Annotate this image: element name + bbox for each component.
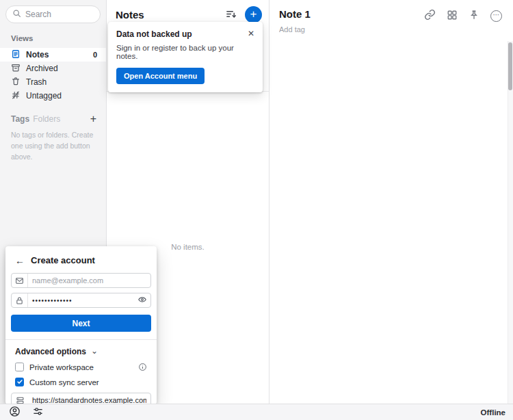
tags-title: Tags [11, 114, 29, 124]
info-icon[interactable] [138, 363, 147, 371]
next-button[interactable]: Next [11, 315, 151, 332]
tags-folders-label: Folders [33, 114, 60, 124]
back-arrow-icon[interactable]: ← [15, 256, 25, 265]
standard-notes-app: Views Notes 0 Archived Trash Untagged [0, 0, 513, 420]
sidebar-item-archived[interactable]: Archived [0, 62, 106, 75]
untagged-icon [11, 90, 21, 102]
sidebar-item-untagged[interactable]: Untagged [0, 89, 106, 103]
notes-count-badge: 0 [93, 51, 97, 59]
account-menu-button[interactable] [8, 404, 22, 420]
sort-icon [225, 8, 237, 22]
search-input[interactable] [25, 10, 94, 19]
status-bar: Offline [0, 404, 513, 420]
new-note-button[interactable]: + [245, 6, 262, 23]
sort-options-button[interactable] [224, 7, 238, 23]
note-editor-panel: Note 1 ⋯ [269, 0, 513, 404]
eye-icon [137, 295, 147, 306]
archive-icon [11, 63, 21, 75]
private-workspace-label: Private workspace [29, 363, 94, 371]
search-box[interactable] [5, 5, 101, 23]
scrollbar-thumb[interactable] [508, 42, 512, 90]
private-workspace-checkbox[interactable] [15, 363, 24, 371]
link-button[interactable] [423, 8, 437, 24]
custom-sync-server-checkbox[interactable] [15, 378, 24, 386]
sidebar-item-label: Notes [26, 50, 49, 60]
open-account-menu-button[interactable]: Open Account menu [116, 68, 205, 84]
notes-icon [11, 49, 21, 61]
more-icon: ⋯ [490, 10, 502, 22]
email-field[interactable] [11, 273, 151, 288]
trash-icon [11, 77, 21, 88]
editor-toolbar: ⋯ [423, 8, 503, 24]
advanced-options-label: Advanced options [15, 347, 86, 356]
link-icon [424, 9, 436, 23]
offline-status: Offline [481, 408, 505, 417]
close-icon[interactable]: ✕ [248, 29, 254, 38]
preferences-button[interactable] [31, 404, 45, 420]
sidebar-item-label: Untagged [26, 91, 62, 101]
check-icon [16, 378, 23, 386]
editor-options-button[interactable] [445, 8, 459, 24]
sidebar-item-trash[interactable]: Trash [0, 75, 106, 89]
tags-empty-text: No tags or folders. Create one using the… [0, 127, 106, 165]
grid-icon [447, 10, 458, 23]
editor-scrollbar[interactable] [508, 41, 513, 404]
alert-title: Data not backed up [116, 29, 192, 39]
advanced-options-toggle[interactable]: Advanced options ⌄ [11, 347, 151, 356]
email-input[interactable] [28, 276, 150, 285]
alert-message: Sign in or register to back up your note… [116, 44, 254, 60]
create-account-modal: ← Create account Next Advanced options [5, 246, 157, 404]
tags-section-header: Tags Folders + [0, 103, 106, 127]
views-label: Views [0, 30, 106, 48]
sidebar-item-notes[interactable]: Notes 0 [0, 48, 106, 62]
password-input[interactable] [28, 297, 134, 304]
custom-sync-server-row[interactable]: Custom sync server [11, 371, 151, 386]
add-tag-button[interactable]: + [89, 114, 98, 124]
backup-alert-card: Data not backed up ✕ Sign in or register… [108, 22, 263, 92]
chevron-down-icon: ⌄ [91, 349, 98, 354]
modal-divider [5, 339, 157, 340]
pin-note-button[interactable] [467, 8, 481, 24]
pin-icon [469, 10, 479, 23]
custom-sync-server-label: Custom sync server [29, 378, 99, 386]
search-icon [12, 8, 21, 21]
show-password-button[interactable] [134, 295, 150, 306]
sidebar-item-label: Trash [26, 77, 47, 87]
create-account-title: Create account [31, 255, 95, 265]
mail-icon [12, 274, 28, 287]
notes-list-title: Notes [116, 9, 144, 21]
password-field[interactable] [11, 293, 151, 308]
lock-icon [12, 293, 28, 307]
account-icon [9, 406, 21, 419]
sidebar-item-label: Archived [26, 64, 58, 73]
more-options-button[interactable]: ⋯ [489, 9, 503, 23]
sliders-icon [32, 406, 44, 419]
private-workspace-row[interactable]: Private workspace [11, 356, 151, 371]
add-tag-input[interactable] [279, 25, 416, 34]
